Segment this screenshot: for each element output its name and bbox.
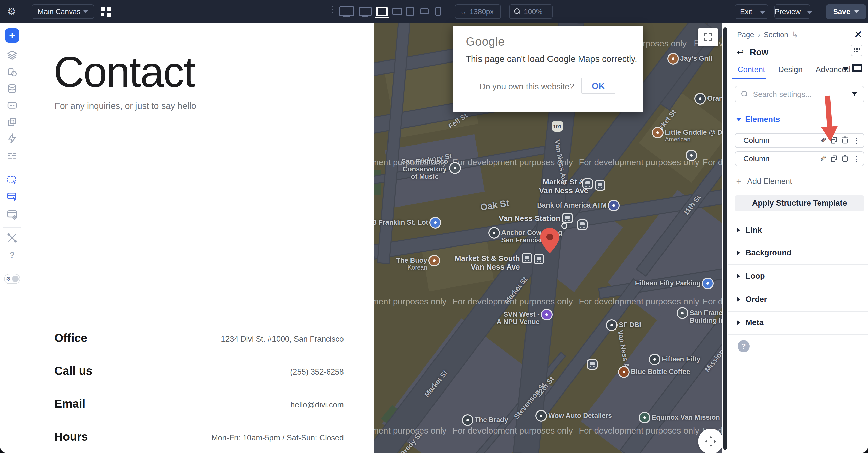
canvas-width-control[interactable]: ↔ 1380px: [455, 4, 501, 19]
filter-funnel-icon[interactable]: [850, 90, 859, 98]
map-poi-label: Jay's Grill: [680, 55, 713, 62]
more-options-kebab-icon[interactable]: ⋮: [852, 157, 860, 161]
preview-dropdown-chevron-icon[interactable]: [805, 8, 814, 16]
section-label: Link: [746, 225, 762, 235]
school-poi-icon: [678, 308, 687, 318]
parking-poi-icon: [430, 218, 440, 228]
apply-structure-template-button[interactable]: Apply Structure Template: [735, 195, 864, 211]
device-desktop-small-icon[interactable]: [359, 7, 372, 16]
preview-button[interactable]: Preview: [774, 4, 810, 19]
map-watermark: For development purposes only: [703, 158, 722, 167]
device-tablet-landscape-icon[interactable]: [392, 8, 402, 15]
map-watermark: For development purposes only: [703, 296, 722, 307]
map-poi-label: San FranciscoConservatoryof Music: [401, 158, 448, 181]
map-location-marker: [540, 228, 559, 253]
tools-icon[interactable]: [7, 232, 18, 244]
elements-collapse-icon[interactable]: [736, 118, 742, 121]
device-tablet-icon[interactable]: [406, 7, 413, 16]
plus-icon: +: [736, 177, 742, 186]
card-icon[interactable]: [7, 100, 18, 111]
dialog-ok-button[interactable]: OK: [581, 78, 616, 94]
section-label: Meta: [746, 318, 764, 327]
element-label: Column: [743, 136, 769, 145]
section-expand-icon: [737, 297, 740, 302]
breadcrumb-section[interactable]: Section: [764, 31, 788, 39]
add-module-button[interactable]: +: [5, 28, 19, 43]
contact-row: HoursMon-Fri: 10am-5pm / Sat-Sun: Closed: [54, 425, 344, 453]
device-phone-icon[interactable]: [435, 7, 441, 16]
map-fullscreen-button[interactable]: [698, 28, 718, 46]
device-desktop-icon[interactable]: [339, 6, 354, 17]
transit-station-icon: [563, 214, 572, 222]
toolbar-more-options-icon[interactable]: ⋮: [328, 7, 337, 12]
contact-row-value: hello@divi.com: [290, 400, 344, 409]
map-pan-button[interactable]: [698, 429, 722, 453]
shapes-icon[interactable]: [7, 66, 18, 78]
contact-row-value: 1234 Divi St. #1000, San Francisco: [221, 335, 344, 344]
delete-trash-icon[interactable]: [842, 155, 848, 162]
builder-settings-gear-icon[interactable]: ⚙: [7, 6, 16, 17]
responsive-desktop-icon[interactable]: [852, 64, 862, 73]
search-settings-box: [735, 86, 864, 103]
section-row-link[interactable]: Link: [728, 218, 868, 242]
save-dropdown-chevron-icon[interactable]: [854, 10, 859, 13]
transit-station-icon: [578, 220, 587, 229]
edit-pencil-icon[interactable]: ✎: [820, 154, 826, 163]
section-row-order[interactable]: Order: [728, 288, 868, 312]
element-row-column[interactable]: Column✎⋮: [735, 133, 864, 148]
database-icon[interactable]: [7, 83, 18, 94]
tab-content[interactable]: Content: [738, 65, 765, 74]
copy-pages-icon[interactable]: [7, 116, 18, 128]
canvas-scrollbar[interactable]: [723, 27, 727, 450]
canvas-zoom-control[interactable]: 100%: [509, 4, 553, 19]
grid-view-button[interactable]: [101, 7, 112, 18]
restaurant-poi-icon: [668, 54, 678, 63]
exit-dropdown-chevron-icon[interactable]: [757, 8, 768, 16]
teal-poi-icon: [640, 413, 649, 422]
map-poi-label: Fifteen Fifty Parking: [635, 279, 701, 287]
map-watermark: For development purposes only: [374, 296, 446, 307]
restaurant-poi-icon: [653, 128, 662, 137]
device-phone-landscape-icon[interactable]: [420, 8, 429, 15]
select-row-icon[interactable]: [6, 191, 18, 203]
duplicate-icon[interactable]: [831, 155, 837, 162]
device-laptop-icon-active[interactable]: [376, 7, 388, 16]
tab-design[interactable]: Design: [778, 65, 803, 74]
section-label: Order: [746, 295, 767, 304]
layers-icon[interactable]: [7, 50, 18, 61]
help-icon[interactable]: ?: [10, 250, 15, 260]
canvas-selector-label: Main Canvas: [38, 8, 81, 16]
select-module-icon[interactable]: [6, 174, 18, 186]
map-poi-label: Little Griddle @ DAmerican: [665, 129, 722, 143]
element-row-column[interactable]: Column✎⋮: [735, 151, 864, 166]
add-element-button[interactable]: + Add Element: [736, 177, 792, 186]
panel-help-icon[interactable]: ?: [738, 340, 750, 352]
dialog-inner-box: Do you own this website? OK: [466, 74, 629, 98]
map-poi-label: Fifteen Fifty: [662, 355, 701, 363]
delete-trash-icon[interactable]: [842, 137, 848, 144]
breadcrumb-page[interactable]: Page: [737, 31, 754, 39]
section-row-meta[interactable]: Meta: [728, 311, 868, 335]
section-row-background[interactable]: Background: [728, 241, 868, 265]
save-button-label: Save: [833, 8, 850, 16]
text-lines-icon[interactable]: [7, 150, 18, 161]
tabs-dropdown-chevron-icon[interactable]: [843, 67, 848, 71]
back-arrow-icon[interactable]: ↩: [737, 47, 744, 57]
map-poi-label: Wow Auto Detailers: [548, 412, 612, 419]
lightning-icon[interactable]: [7, 133, 18, 144]
highway-101-shield-icon: 101: [552, 121, 563, 132]
exit-button[interactable]: Exit: [735, 4, 768, 19]
canvas-selector-dropdown[interactable]: Main Canvas: [32, 4, 94, 19]
transit-station-icon: [535, 255, 543, 263]
save-button[interactable]: Save: [826, 4, 866, 19]
map-poi-label: SF DBI: [619, 321, 641, 329]
map-poi-label: San FranciscoBuilding Inspection: [689, 309, 722, 324]
map-watermark: For development purposes only: [453, 158, 573, 167]
more-options-kebab-icon[interactable]: ⋮: [852, 138, 860, 143]
pin-poi-icon: [463, 415, 472, 425]
close-panel-icon[interactable]: ✕: [854, 29, 862, 39]
browser-settings-icon[interactable]: [6, 209, 18, 220]
module-options-button[interactable]: [851, 45, 862, 56]
section-row-loop[interactable]: Loop: [728, 264, 868, 288]
builder-mode-toggle[interactable]: ⚙: [4, 274, 20, 284]
